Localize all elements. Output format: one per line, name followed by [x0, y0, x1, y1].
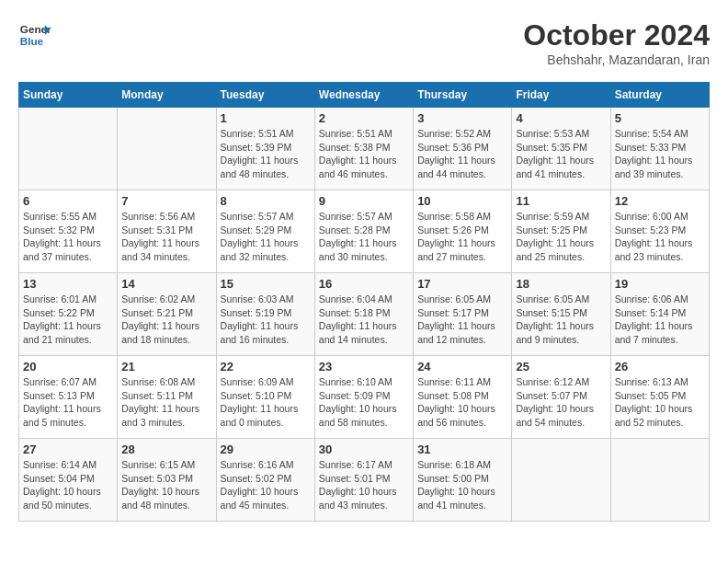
day-number: 5 [615, 111, 705, 125]
calendar-cell: 3Sunrise: 5:52 AMSunset: 5:36 PMDaylight… [414, 108, 512, 190]
day-info: Sunrise: 6:07 AMSunset: 5:13 PMDaylight:… [23, 375, 113, 430]
calendar-week-row: 13Sunrise: 6:01 AMSunset: 5:22 PMDayligh… [19, 273, 710, 356]
day-number: 29 [221, 442, 311, 456]
calendar-week-row: 20Sunrise: 6:07 AMSunset: 5:13 PMDayligh… [19, 356, 710, 439]
day-number: 4 [516, 111, 606, 125]
calendar-cell: 6Sunrise: 5:55 AMSunset: 5:32 PMDaylight… [19, 190, 118, 273]
weekday-header-monday: Monday [118, 83, 216, 108]
day-number: 9 [319, 194, 409, 208]
day-number: 6 [23, 194, 113, 208]
svg-text:Blue: Blue [20, 35, 44, 47]
day-number: 21 [121, 360, 211, 373]
calendar-cell: 15Sunrise: 6:03 AMSunset: 5:19 PMDayligh… [216, 273, 314, 356]
day-info: Sunrise: 5:51 AMSunset: 5:39 PMDaylight:… [221, 127, 311, 181]
day-number: 26 [615, 360, 705, 373]
day-number: 2 [319, 111, 409, 125]
calendar-cell: 30Sunrise: 6:17 AMSunset: 5:01 PMDayligh… [314, 439, 413, 522]
day-number: 11 [516, 194, 606, 208]
title-area: October 2024 Behshahr, Mazandaran, Iran [523, 18, 710, 67]
day-info: Sunrise: 5:59 AMSunset: 5:25 PMDaylight:… [516, 210, 606, 264]
day-info: Sunrise: 6:11 AMSunset: 5:08 PMDaylight:… [417, 375, 507, 430]
location-subtitle: Behshahr, Mazandaran, Iran [523, 52, 710, 67]
day-number: 28 [121, 442, 211, 456]
day-number: 10 [417, 194, 507, 208]
calendar-cell: 9Sunrise: 5:57 AMSunset: 5:28 PMDaylight… [314, 190, 413, 273]
day-number: 24 [417, 360, 507, 373]
day-number: 23 [319, 360, 409, 373]
day-number: 17 [417, 277, 507, 291]
weekday-header-thursday: Thursday [414, 83, 512, 108]
month-year-title: October 2024 [523, 18, 710, 52]
day-info: Sunrise: 6:14 AMSunset: 5:04 PMDaylight:… [23, 458, 113, 512]
calendar-cell [19, 108, 118, 190]
day-number: 16 [319, 277, 409, 291]
day-number: 8 [221, 194, 311, 208]
calendar-cell: 4Sunrise: 5:53 AMSunset: 5:35 PMDaylight… [512, 108, 610, 190]
calendar-cell: 26Sunrise: 6:13 AMSunset: 5:05 PMDayligh… [610, 356, 709, 439]
calendar-cell: 12Sunrise: 6:00 AMSunset: 5:23 PMDayligh… [610, 190, 709, 273]
calendar-cell: 11Sunrise: 5:59 AMSunset: 5:25 PMDayligh… [512, 190, 610, 273]
day-info: Sunrise: 6:09 AMSunset: 5:10 PMDaylight:… [221, 375, 311, 430]
calendar-cell: 1Sunrise: 5:51 AMSunset: 5:39 PMDaylight… [216, 108, 314, 190]
day-info: Sunrise: 6:12 AMSunset: 5:07 PMDaylight:… [516, 375, 606, 430]
page-header: General Blue October 2024 Behshahr, Maza… [18, 18, 710, 67]
day-info: Sunrise: 5:56 AMSunset: 5:31 PMDaylight:… [121, 210, 211, 264]
day-info: Sunrise: 5:57 AMSunset: 5:28 PMDaylight:… [319, 210, 409, 264]
weekday-header-saturday: Saturday [610, 83, 709, 108]
calendar-cell: 17Sunrise: 6:05 AMSunset: 5:17 PMDayligh… [414, 273, 512, 356]
weekday-header-friday: Friday [512, 83, 610, 108]
calendar-cell: 27Sunrise: 6:14 AMSunset: 5:04 PMDayligh… [19, 439, 118, 522]
weekday-header-row: SundayMondayTuesdayWednesdayThursdayFrid… [19, 83, 710, 108]
day-number: 30 [319, 442, 409, 456]
calendar-cell [512, 439, 610, 522]
calendar-cell: 8Sunrise: 5:57 AMSunset: 5:29 PMDaylight… [216, 190, 314, 273]
calendar-cell: 21Sunrise: 6:08 AMSunset: 5:11 PMDayligh… [118, 356, 216, 439]
weekday-header-wednesday: Wednesday [314, 83, 413, 108]
calendar-cell: 25Sunrise: 6:12 AMSunset: 5:07 PMDayligh… [512, 356, 610, 439]
calendar-cell: 5Sunrise: 5:54 AMSunset: 5:33 PMDaylight… [610, 108, 709, 190]
day-info: Sunrise: 5:54 AMSunset: 5:33 PMDaylight:… [615, 127, 705, 181]
day-info: Sunrise: 5:53 AMSunset: 5:35 PMDaylight:… [516, 127, 606, 181]
calendar-cell: 14Sunrise: 6:02 AMSunset: 5:21 PMDayligh… [118, 273, 216, 356]
day-number: 7 [121, 194, 211, 208]
day-info: Sunrise: 6:18 AMSunset: 5:00 PMDaylight:… [417, 458, 507, 512]
weekday-header-tuesday: Tuesday [216, 83, 314, 108]
day-info: Sunrise: 6:01 AMSunset: 5:22 PMDaylight:… [23, 293, 113, 347]
day-info: Sunrise: 6:05 AMSunset: 5:15 PMDaylight:… [516, 293, 606, 347]
day-number: 19 [615, 277, 705, 291]
calendar-cell [118, 108, 216, 190]
day-info: Sunrise: 6:17 AMSunset: 5:01 PMDaylight:… [319, 458, 409, 512]
calendar-cell: 19Sunrise: 6:06 AMSunset: 5:14 PMDayligh… [610, 273, 709, 356]
day-number: 25 [516, 360, 606, 373]
calendar-cell: 20Sunrise: 6:07 AMSunset: 5:13 PMDayligh… [19, 356, 118, 439]
calendar-cell: 13Sunrise: 6:01 AMSunset: 5:22 PMDayligh… [19, 273, 118, 356]
day-number: 22 [221, 360, 311, 373]
day-number: 13 [23, 277, 113, 291]
day-info: Sunrise: 6:03 AMSunset: 5:19 PMDaylight:… [221, 293, 311, 347]
day-info: Sunrise: 5:55 AMSunset: 5:32 PMDaylight:… [23, 210, 113, 264]
logo-icon: General Blue [18, 18, 51, 52]
day-info: Sunrise: 5:57 AMSunset: 5:29 PMDaylight:… [221, 210, 311, 264]
day-info: Sunrise: 6:04 AMSunset: 5:18 PMDaylight:… [319, 293, 409, 347]
day-info: Sunrise: 6:10 AMSunset: 5:09 PMDaylight:… [319, 375, 409, 430]
calendar-cell: 29Sunrise: 6:16 AMSunset: 5:02 PMDayligh… [216, 439, 314, 522]
weekday-header-sunday: Sunday [19, 83, 118, 108]
calendar-table: SundayMondayTuesdayWednesdayThursdayFrid… [18, 82, 710, 522]
calendar-week-row: 6Sunrise: 5:55 AMSunset: 5:32 PMDaylight… [19, 190, 710, 273]
day-info: Sunrise: 6:16 AMSunset: 5:02 PMDaylight:… [221, 458, 311, 512]
day-info: Sunrise: 5:58 AMSunset: 5:26 PMDaylight:… [417, 210, 507, 264]
calendar-cell: 31Sunrise: 6:18 AMSunset: 5:00 PMDayligh… [414, 439, 512, 522]
calendar-cell: 22Sunrise: 6:09 AMSunset: 5:10 PMDayligh… [216, 356, 314, 439]
logo: General Blue [18, 18, 51, 52]
day-number: 15 [221, 277, 311, 291]
calendar-week-row: 27Sunrise: 6:14 AMSunset: 5:04 PMDayligh… [19, 439, 710, 522]
day-number: 14 [121, 277, 211, 291]
day-info: Sunrise: 6:05 AMSunset: 5:17 PMDaylight:… [417, 293, 507, 347]
day-number: 31 [417, 442, 507, 456]
day-info: Sunrise: 5:51 AMSunset: 5:38 PMDaylight:… [319, 127, 409, 181]
calendar-cell: 16Sunrise: 6:04 AMSunset: 5:18 PMDayligh… [314, 273, 413, 356]
calendar-cell: 2Sunrise: 5:51 AMSunset: 5:38 PMDaylight… [314, 108, 413, 190]
day-info: Sunrise: 6:13 AMSunset: 5:05 PMDaylight:… [615, 375, 705, 430]
day-info: Sunrise: 6:00 AMSunset: 5:23 PMDaylight:… [615, 210, 705, 264]
day-number: 27 [23, 442, 113, 456]
